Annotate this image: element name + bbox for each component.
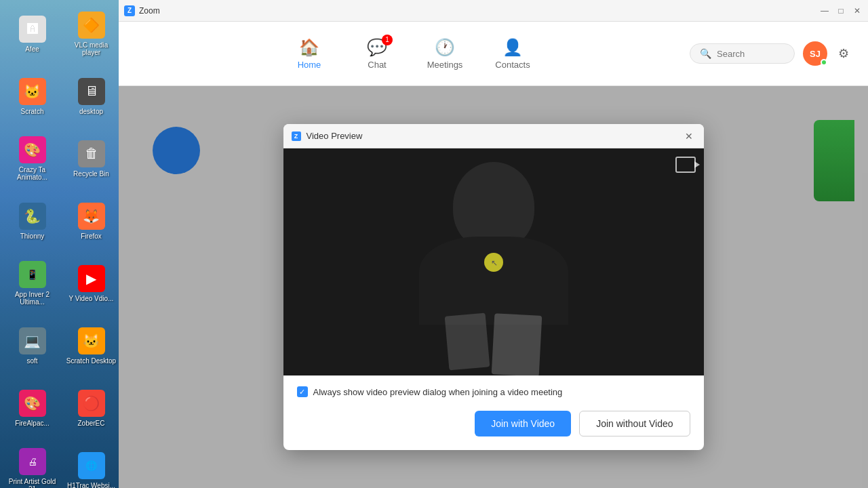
search-input[interactable]: [717, 49, 785, 59]
online-status-dot: [821, 59, 827, 66]
home-icon: 🏠: [299, 38, 319, 57]
dialog-footer: ✓ Always show video preview dialog when …: [283, 375, 704, 450]
checkbox-label: Always show video preview dialog when jo…: [313, 387, 563, 397]
chat-icon: 💬 1: [367, 38, 387, 57]
body-shape: [419, 237, 568, 325]
always-show-checkbox[interactable]: ✓: [297, 386, 308, 397]
desktop-icon-vlc[interactable]: 🔶 VLC media player: [62, 3, 120, 64]
contacts-icon: 👤: [502, 38, 523, 57]
desktop-icon-desktop[interactable]: 🖥 desktop: [62, 66, 120, 127]
video-feed: ↖: [283, 148, 704, 375]
user-avatar[interactable]: SJ: [803, 41, 827, 66]
person-silhouette: [419, 162, 568, 325]
desktop-icons: 🅰 Afee 🔶 VLC media player 🐱 Scratch 🖥 de…: [0, 0, 119, 488]
video-overlay-icon: [675, 157, 696, 173]
zoom-window-title: Zoom: [139, 6, 819, 16]
settings-button[interactable]: ⚙: [833, 43, 854, 64]
desktop-icon-yvideo[interactable]: ▶ Y Video Vdio...: [62, 253, 120, 314]
desktop-icon-afee[interactable]: 🅰 Afee: [3, 3, 61, 64]
window-controls: — □ ✕: [819, 5, 863, 16]
dialog-zoom-icon: Z: [292, 131, 301, 141]
desktop-icon-scratch[interactable]: 🐱 Scratch: [3, 66, 61, 127]
chat-badge: 1: [382, 35, 393, 45]
desktop: 🅰 Afee 🔶 VLC media player 🐱 Scratch 🖥 de…: [0, 0, 868, 488]
video-preview-dialog: Z Video Preview ✕: [283, 124, 704, 450]
video-lower-content: [447, 314, 540, 375]
doc-shape-1: [444, 313, 490, 371]
desktop-icon-zoberec[interactable]: 🔴 ZoberEC: [62, 378, 120, 439]
checkbox-row: ✓ Always show video preview dialog when …: [297, 386, 690, 397]
zoom-logo-icon: Z: [124, 5, 135, 16]
nav-label-contacts: Contacts: [495, 60, 530, 70]
nav-item-chat[interactable]: 💬 1 Chat: [347, 28, 408, 79]
desktop-icon-printartist[interactable]: 🖨 Print Artist Gold 21: [3, 440, 61, 488]
dialog-title-bar: Z Video Preview ✕: [283, 124, 704, 148]
dialog-title: Video Preview: [307, 131, 682, 141]
desktop-icon-appinver[interactable]: 📱 App Inver 2 Ultima...: [3, 253, 61, 314]
desktop-icon-h1trac[interactable]: 🌐 H1Trac Websi...: [62, 440, 120, 488]
meetings-icon: 🕐: [435, 38, 455, 57]
desktop-icon-thionny[interactable]: 🐍 Thionny: [3, 190, 61, 251]
desktop-icon-scratchdesktop[interactable]: 🐱 Scratch Desktop: [62, 315, 120, 376]
nav-item-meetings[interactable]: 🕐 Meetings: [414, 28, 475, 79]
search-icon: 🔍: [700, 48, 711, 59]
modal-overlay: Z Video Preview ✕: [119, 86, 868, 488]
dialog-close-button[interactable]: ✕: [682, 129, 696, 143]
desktop-icon-firefox[interactable]: 🦊 Firefox: [62, 190, 120, 251]
join-with-video-button[interactable]: Join with Video: [475, 411, 571, 436]
nav-label-chat: Chat: [368, 60, 386, 70]
zoom-nav-bar: 🏠 Home 💬 1 Chat 🕐 Meetings 👤 Contact: [119, 22, 868, 86]
maximize-button[interactable]: □: [835, 5, 846, 16]
zoom-main-content: Z Video Preview ✕: [119, 86, 868, 488]
nav-label-meetings: Meetings: [427, 60, 463, 70]
desktop-icon-soft[interactable]: 💻 soft: [3, 315, 61, 376]
nav-item-contacts[interactable]: 👤 Contacts: [482, 28, 543, 79]
button-row: Join with Video Join without Video: [297, 411, 690, 436]
join-without-video-button[interactable]: Join without Video: [579, 411, 690, 436]
nav-item-home[interactable]: 🏠 Home: [279, 28, 340, 79]
desktop-icon-firealpac[interactable]: 🎨 FireAlpac...: [3, 378, 61, 439]
zoom-title-bar: Z Zoom — □ ✕: [119, 0, 868, 22]
close-button[interactable]: ✕: [852, 5, 863, 16]
desktop-icon-crazy[interactable]: 🎨 Crazy Ta Animato...: [3, 128, 61, 189]
cursor-arrow-icon: ↖: [491, 258, 498, 268]
cursor-indicator: ↖: [484, 253, 503, 272]
avatar-initials: SJ: [810, 49, 821, 59]
zoom-window: Z Zoom — □ ✕ 🏠 Home 💬 1: [119, 0, 868, 488]
search-box[interactable]: 🔍: [690, 43, 795, 64]
minimize-button[interactable]: —: [819, 5, 830, 16]
video-preview-area: ↖: [283, 148, 704, 375]
doc-shape-2: [491, 313, 542, 375]
nav-items: 🏠 Home 💬 1 Chat 🕐 Meetings 👤 Contact: [132, 28, 690, 79]
desktop-icon-recycle[interactable]: 🗑 Recycle Bin: [62, 128, 120, 189]
nav-label-home: Home: [298, 60, 321, 70]
